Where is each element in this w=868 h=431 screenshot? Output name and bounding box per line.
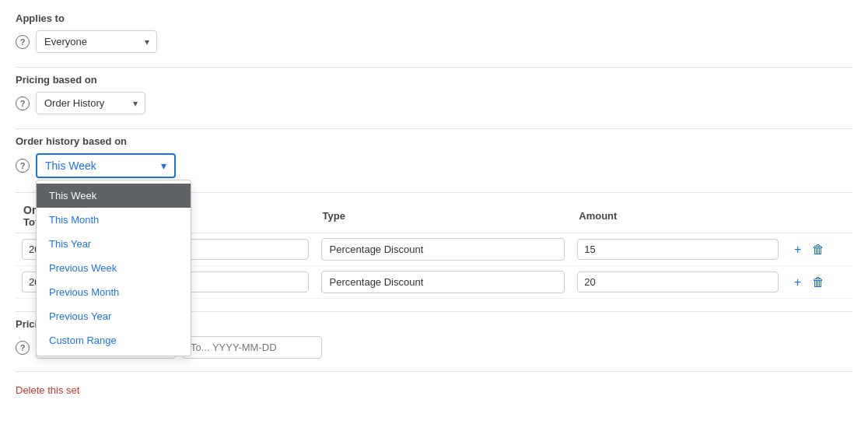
dropdown-item-previous-year[interactable]: Previous Year — [37, 304, 191, 328]
order-history-chevron-icon: ▾ — [161, 159, 166, 172]
divider-1 — [16, 67, 852, 68]
tier-row-2-action-icons: + 🗑 — [791, 274, 846, 291]
col-header-amount: Amount — [571, 199, 785, 233]
tier-row-1-type-wrapper: Percentage Discount Fixed Discount Fixed… — [321, 238, 565, 261]
applies-to-label: Applies to — [16, 12, 852, 24]
tier-row-2-type-select[interactable]: Percentage Discount Fixed Discount Fixed… — [321, 271, 565, 293]
dropdown-item-this-month[interactable]: This Month — [37, 208, 191, 232]
tier-row-2-add-button[interactable]: + — [791, 274, 804, 291]
order-history-based-on-section: Order history based on ? This Week ▾ Thi… — [16, 135, 852, 178]
order-history-dropdown-trigger[interactable]: This Week ▾ — [36, 153, 176, 178]
dropdown-item-this-year[interactable]: This Year — [37, 232, 191, 256]
applies-to-field-row: ? Everyone Specific Customers Customer G… — [16, 30, 852, 53]
col-header-type: Type — [315, 199, 572, 233]
order-history-based-on-field-row: ? This Week ▾ This Week This Month This … — [16, 153, 852, 178]
pricing-based-on-label: Pricing based on — [16, 74, 852, 86]
col-header-actions — [785, 199, 852, 233]
dropdown-item-custom-range[interactable]: Custom Range — [37, 328, 191, 352]
tier-row-2-amount-input[interactable] — [577, 272, 779, 293]
pricing-based-on-help-icon[interactable]: ? — [16, 96, 30, 110]
divider-2 — [16, 128, 852, 129]
tier-row-1-type-cell: Percentage Discount Fixed Discount Fixed… — [315, 233, 572, 266]
tier-row-1-type-select[interactable]: Percentage Discount Fixed Discount Fixed… — [321, 238, 565, 261]
tier-row-2-type-wrapper: Percentage Discount Fixed Discount Fixed… — [321, 271, 565, 293]
applies-to-section: Applies to ? Everyone Specific Customers… — [16, 12, 852, 53]
pricing-dates-help-icon[interactable]: ? — [16, 341, 30, 355]
tier-row-1-action-icons: + 🗑 — [791, 241, 846, 258]
tier-row-1-amount-cell — [571, 233, 785, 266]
order-history-based-on-label: Order history based on — [16, 135, 852, 147]
order-history-dropdown-menu: This Week This Month This Year Previous … — [36, 180, 191, 356]
tier-row-1-add-button[interactable]: + — [791, 241, 804, 258]
order-history-trigger-label: This Week — [45, 159, 96, 172]
tier-row-2-delete-button[interactable]: 🗑 — [809, 274, 828, 291]
tier-row-1-amount-input[interactable] — [577, 239, 779, 260]
pricing-based-on-select-wrapper: Order History Customer Group Fixed Price… — [36, 92, 145, 114]
delete-set-link[interactable]: Delete this set — [16, 384, 79, 396]
applies-to-help-icon[interactable]: ? — [16, 35, 30, 49]
divider-5 — [16, 371, 852, 372]
tier-row-1-delete-button[interactable]: 🗑 — [809, 241, 828, 258]
pricing-based-on-select[interactable]: Order History Customer Group Fixed Price — [36, 92, 145, 114]
applies-to-select[interactable]: Everyone Specific Customers Customer Gro… — [36, 30, 157, 53]
tier-row-2-amount-cell — [571, 266, 785, 299]
applies-to-select-wrapper: Everyone Specific Customers Customer Gro… — [36, 30, 157, 53]
pricing-based-on-section: Pricing based on ? Order History Custome… — [16, 74, 852, 114]
pricing-based-on-field-row: ? Order History Customer Group Fixed Pri… — [16, 92, 852, 114]
tier-row-1-actions-cell: + 🗑 — [785, 233, 852, 266]
dropdown-item-this-week[interactable]: This Week — [37, 184, 191, 208]
order-history-based-on-help-icon[interactable]: ? — [16, 159, 30, 173]
dropdown-item-previous-week[interactable]: Previous Week — [37, 256, 191, 280]
order-history-dropdown-wrapper: This Week ▾ This Week This Month This Ye… — [36, 153, 176, 178]
tier-row-2-type-cell: Percentage Discount Fixed Discount Fixed… — [315, 266, 572, 299]
dropdown-item-previous-month[interactable]: Previous Month — [37, 280, 191, 304]
pricing-dates-to-input[interactable] — [182, 336, 322, 359]
tier-row-2-actions-cell: + 🗑 — [785, 266, 852, 299]
